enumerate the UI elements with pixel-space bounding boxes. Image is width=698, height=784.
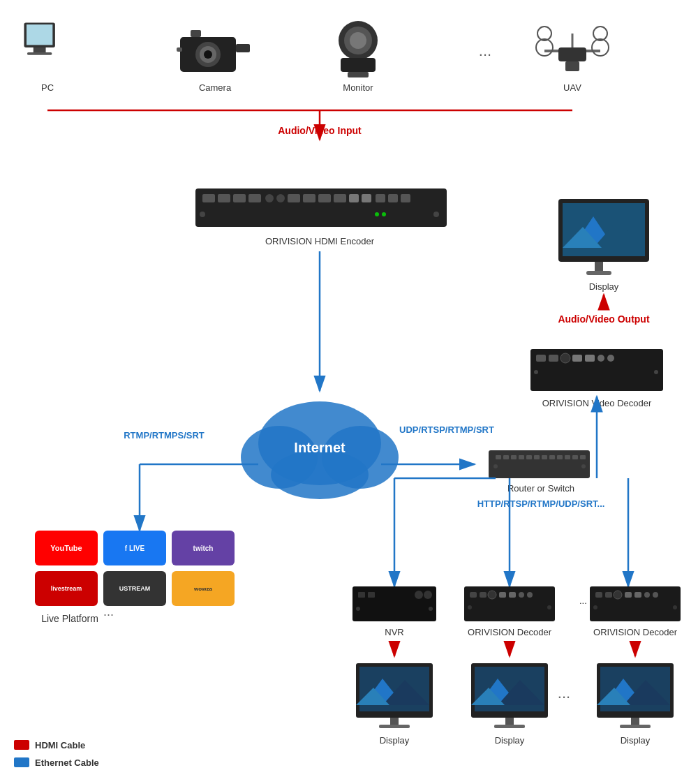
svg-point-40: [654, 370, 658, 374]
display1-label: Display: [380, 735, 410, 746]
svg-rect-82: [595, 592, 602, 598]
svg-point-69: [415, 591, 423, 599]
svg-rect-11: [288, 194, 300, 202]
svg-point-39: [534, 370, 538, 374]
svg-rect-99: [379, 725, 410, 728]
svg-point-21: [433, 212, 439, 217]
svg-marker-101: [478, 679, 519, 705]
svg-rect-13: [318, 194, 331, 202]
svg-rect-30: [586, 271, 611, 275]
svg-rect-67: [358, 592, 365, 598]
svg-rect-18: [388, 194, 398, 202]
svg-rect-77: [509, 592, 516, 598]
encoder-label: ORIVISION HDMI Encoder: [265, 236, 375, 246]
svg-marker-108: [623, 680, 670, 705]
svg-marker-102: [498, 680, 544, 705]
ustream-logo: USTREAM: [103, 571, 166, 606]
svg-point-44: [322, 426, 399, 489]
svg-point-62: [581, 464, 586, 468]
display3-label: Display: [621, 735, 651, 746]
svg-rect-36: [585, 355, 595, 362]
svg-rect-73: [470, 592, 477, 598]
svg-rect-32: [536, 355, 546, 362]
svg-rect-6: [218, 194, 230, 202]
svg-rect-35: [572, 355, 582, 362]
encoder-device: [195, 188, 447, 227]
svg-rect-56: [549, 455, 555, 459]
camera-icon: [173, 20, 257, 82]
svg-rect-7: [233, 194, 246, 202]
svg-rect-57: [557, 455, 563, 459]
svg-rect-38: [607, 355, 614, 362]
svg-rect-88: [653, 592, 658, 598]
svg-point-70: [424, 591, 432, 599]
display1-frame: [356, 663, 433, 718]
live-platform-label: Live Platform: [41, 613, 98, 624]
svg-rect-86: [634, 592, 641, 598]
svg-point-34: [560, 353, 570, 363]
svg-point-90: [673, 605, 677, 609]
svg-marker-107: [604, 679, 644, 705]
svg-point-75: [488, 591, 496, 599]
svg-rect-83: [605, 592, 612, 598]
audio-video-input-label: Audio/Video Input: [278, 125, 362, 136]
svg-rect-52: [519, 455, 524, 459]
svg-rect-105: [494, 725, 525, 728]
udp-rtsp-label: UDP/RTSP/RTMP/SRT: [399, 424, 494, 435]
svg-rect-49: [496, 455, 501, 459]
display3-frame: [597, 663, 674, 718]
svg-rect-51: [511, 455, 517, 459]
svg-rect-87: [644, 592, 650, 598]
svg-rect-50: [503, 455, 509, 459]
livestream-logo: livestream: [35, 571, 98, 606]
camera-label: Camera: [199, 82, 232, 93]
svg-rect-79: [527, 592, 533, 598]
uav-label: UAV: [563, 82, 581, 93]
svg-rect-58: [565, 455, 570, 459]
svg-rect-55: [542, 455, 547, 459]
diagram: PC Camera Monitor ... UAV Audio/Video In…: [0, 0, 698, 784]
svg-rect-17: [376, 194, 385, 202]
svg-rect-94: [359, 667, 429, 711]
svg-rect-60: [580, 455, 586, 459]
svg-rect-68: [368, 592, 375, 598]
svg-rect-74: [480, 592, 487, 598]
svg-rect-110: [631, 718, 639, 726]
video-decoder-label: ORIVISION Video Decoder: [542, 398, 652, 408]
svg-rect-29: [595, 262, 603, 272]
svg-marker-109: [597, 688, 630, 705]
svg-point-43: [241, 426, 318, 489]
svg-rect-19: [401, 194, 410, 202]
svg-rect-12: [303, 194, 315, 202]
svg-rect-33: [549, 355, 558, 362]
svg-point-80: [468, 605, 472, 609]
rtmp-label: RTMP/RTMPS/SRT: [124, 430, 205, 441]
svg-rect-104: [505, 718, 514, 726]
svg-marker-103: [471, 688, 505, 705]
svg-point-20: [200, 212, 205, 217]
svg-rect-76: [499, 592, 506, 598]
svg-rect-59: [572, 455, 578, 459]
decoder2-label: ORIVISION Decoder: [593, 627, 678, 637]
ellipsis3-icon: ...: [558, 684, 570, 702]
video-decoder-device: [530, 349, 663, 391]
svg-point-61: [493, 464, 498, 468]
display2-frame: [471, 663, 548, 718]
legend-ethernet-box: [14, 757, 29, 767]
audio-video-output-label: Audio/Video Output: [558, 313, 650, 325]
twitch-logo: twitch: [172, 531, 235, 565]
svg-point-72: [429, 607, 433, 611]
svg-rect-10: [276, 194, 285, 202]
display-top-label: Display: [589, 281, 619, 292]
platform-grid: YouTube f LIVE twitch livestream USTREAM…: [35, 531, 235, 606]
svg-rect-15: [349, 194, 359, 202]
http-rtsp-label: HTTP/RTSP/RTMP/UDP/SRT...: [477, 498, 605, 509]
ellipsis2-label: ...: [579, 596, 587, 606]
svg-rect-85: [625, 592, 632, 598]
svg-rect-53: [526, 455, 532, 459]
svg-marker-95: [363, 679, 403, 705]
svg-rect-5: [202, 194, 215, 202]
monitor-src-label: Monitor: [343, 82, 373, 93]
svg-rect-14: [334, 194, 346, 202]
pc-label: PC: [41, 82, 54, 93]
